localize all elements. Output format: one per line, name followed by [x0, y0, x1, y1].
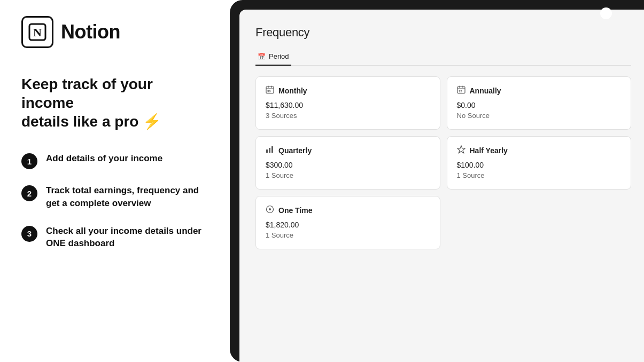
period-tab-label: Period	[269, 52, 289, 60]
quarterly-icon	[266, 145, 274, 155]
half-yearly-source: 1 Source	[457, 171, 622, 179]
half-yearly-amount: $100.00	[457, 161, 622, 169]
device-frame: Frequency 📅 Period 30 Monthly	[230, 0, 644, 362]
quarterly-amount: $300.00	[266, 161, 430, 169]
monthly-card: 30 Monthly $11,630.00 3 Sources	[255, 76, 440, 130]
annually-card-header: 12 Annually	[457, 85, 622, 96]
step-text-3: Check all your income details under ONE …	[46, 225, 206, 250]
logo-area: N Notion	[21, 16, 208, 48]
notion-logo-text: Notion	[61, 21, 120, 43]
steps-list: 1 Add details of your income 2 Track tot…	[21, 152, 208, 250]
quarterly-title: Quarterly	[278, 146, 312, 155]
monthly-amount: $11,630.00	[266, 101, 430, 109]
tab-bar: 📅 Period	[255, 48, 631, 66]
left-panel: N Notion Keep track of your income detai…	[0, 0, 230, 362]
one-time-card-header: One Time	[266, 205, 430, 215]
monthly-source: 3 Sources	[266, 112, 430, 120]
cards-grid: 30 Monthly $11,630.00 3 Sources 12 Annua…	[255, 76, 631, 249]
annually-source: No Source	[457, 112, 622, 120]
one-time-title: One Time	[278, 206, 313, 215]
half-yearly-title: Half Yearly	[470, 146, 508, 155]
annually-icon: 12	[457, 85, 465, 96]
screen-title: Frequency	[255, 26, 631, 40]
step-number-3: 3	[21, 226, 37, 242]
svg-rect-13	[269, 148, 270, 153]
svg-marker-15	[457, 146, 465, 153]
svg-rect-14	[271, 146, 273, 153]
monthly-title: Monthly	[278, 86, 307, 95]
annually-title: Annually	[470, 86, 501, 95]
calendar-icon: 📅	[258, 53, 266, 60]
step-2: 2 Track total earnings, frequency and ge…	[21, 184, 208, 210]
right-panel: Frequency 📅 Period 30 Monthly	[230, 0, 644, 362]
headline: Keep track of your income details like a…	[21, 75, 208, 131]
one-time-icon	[266, 205, 274, 215]
one-time-card: One Time $1,820.00 1 Source	[255, 196, 440, 249]
svg-text:N: N	[33, 26, 42, 39]
quarterly-source: 1 Source	[266, 171, 430, 179]
svg-point-17	[269, 208, 271, 210]
step-number-2: 2	[21, 185, 37, 201]
one-time-amount: $1,820.00	[266, 221, 430, 229]
step-text-2: Track total earnings, frequency and get …	[46, 184, 206, 210]
svg-text:12: 12	[459, 90, 462, 93]
annually-card: 12 Annually $0.00 No Source	[447, 76, 632, 130]
svg-rect-12	[266, 149, 268, 153]
camera-dot	[600, 7, 612, 19]
step-1: 1 Add details of your income	[21, 152, 208, 169]
half-yearly-card-header: Half Yearly	[457, 145, 622, 155]
quarterly-card: Quarterly $300.00 1 Source	[255, 136, 440, 190]
lightning-icon: ⚡	[143, 113, 161, 130]
monthly-card-header: 30 Monthly	[266, 85, 430, 96]
notion-logo-icon: N	[21, 16, 53, 48]
one-time-source: 1 Source	[266, 231, 430, 239]
quarterly-card-header: Quarterly	[266, 145, 430, 155]
svg-text:30: 30	[267, 90, 271, 93]
step-number-1: 1	[21, 153, 37, 169]
step-3: 3 Check all your income details under ON…	[21, 225, 208, 250]
half-yearly-icon	[457, 145, 465, 155]
half-yearly-card: Half Yearly $100.00 1 Source	[447, 136, 632, 190]
annually-amount: $0.00	[457, 101, 622, 109]
monthly-icon: 30	[266, 85, 274, 96]
period-tab[interactable]: 📅 Period	[255, 48, 291, 66]
step-text-1: Add details of your income	[46, 152, 162, 165]
screen: Frequency 📅 Period 30 Monthly	[239, 10, 644, 362]
